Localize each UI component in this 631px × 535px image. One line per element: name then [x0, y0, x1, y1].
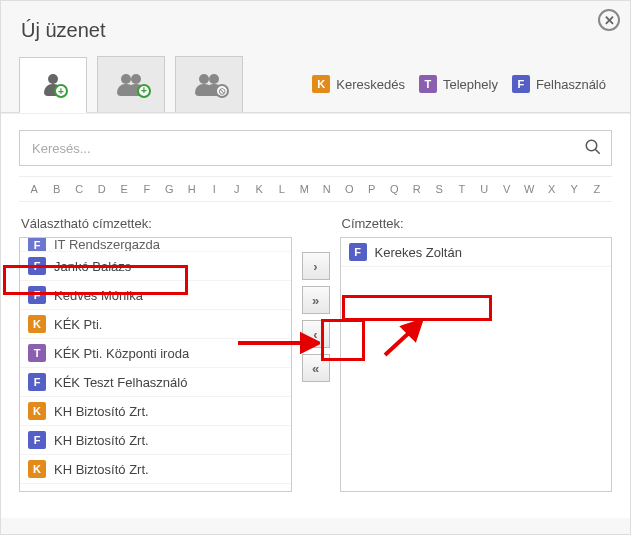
- alphabet-letter[interactable]: S: [428, 183, 451, 195]
- alphabet-letter[interactable]: V: [496, 183, 519, 195]
- alphabet-letter[interactable]: L: [271, 183, 294, 195]
- tag-t-icon: T: [419, 75, 437, 93]
- alphabet-letter[interactable]: D: [91, 183, 114, 195]
- svg-line-1: [595, 149, 600, 154]
- alphabet-filter: ABCDEFGHIJKLMNOPQRSTUVWXYZ: [19, 176, 612, 202]
- plus-badge-icon: +: [54, 84, 68, 98]
- close-button[interactable]: ✕: [598, 9, 620, 31]
- legend-item-telephely: T Telephely: [419, 75, 498, 93]
- legend-item-felhasznalo: F Felhasználó: [512, 75, 606, 93]
- alphabet-letter[interactable]: J: [226, 183, 249, 195]
- list-item[interactable]: FKedves Mónika: [20, 281, 291, 310]
- list-item[interactable]: FKÉK Teszt Felhasználó: [20, 368, 291, 397]
- tag-f-icon: F: [28, 257, 46, 275]
- alphabet-letter[interactable]: A: [23, 183, 46, 195]
- alphabet-letter[interactable]: W: [518, 183, 541, 195]
- tab-add-person[interactable]: +: [19, 57, 87, 113]
- svg-point-0: [586, 140, 597, 151]
- available-label: Választható címzettek:: [19, 212, 292, 237]
- disable-badge-icon: ⦸: [215, 84, 229, 98]
- alphabet-letter[interactable]: U: [473, 183, 496, 195]
- legend-item-kereskedes: K Kereskedés: [312, 75, 405, 93]
- alphabet-letter[interactable]: M: [293, 183, 316, 195]
- alphabet-letter[interactable]: H: [181, 183, 204, 195]
- alphabet-letter[interactable]: G: [158, 183, 181, 195]
- list-item-label: KH Biztosító Zrt.: [54, 433, 149, 448]
- list-item[interactable]: FIT Rendszergazda: [20, 238, 291, 252]
- tag-f-icon: F: [28, 373, 46, 391]
- dialog-title: Új üzenet: [1, 1, 630, 56]
- plus-badge-icon: +: [137, 84, 151, 98]
- list-item[interactable]: FKerekes Zoltán: [341, 238, 612, 267]
- list-item-label: KH Biztosító Zrt.: [54, 462, 149, 477]
- svg-line-4: [385, 331, 411, 355]
- tag-k-icon: K: [28, 315, 46, 333]
- search-icon[interactable]: [584, 138, 602, 160]
- list-item-label: Jankó Balázs: [54, 259, 131, 274]
- tag-t-icon: T: [28, 344, 46, 362]
- alphabet-letter[interactable]: T: [451, 183, 474, 195]
- alphabet-letter[interactable]: I: [203, 183, 226, 195]
- alphabet-letter[interactable]: Y: [563, 183, 586, 195]
- alphabet-letter[interactable]: P: [361, 183, 384, 195]
- list-item-label: KÉK Teszt Felhasználó: [54, 375, 187, 390]
- list-item-label: KÉK Pti. Központi iroda: [54, 346, 189, 361]
- annotation-arrow-icon: [236, 331, 320, 355]
- legend-label: Felhasználó: [536, 77, 606, 92]
- list-item-label: Kedves Mónika: [54, 288, 143, 303]
- tag-k-icon: K: [312, 75, 330, 93]
- alphabet-letter[interactable]: B: [46, 183, 69, 195]
- tag-f-icon: F: [28, 238, 46, 252]
- alphabet-letter[interactable]: Q: [383, 183, 406, 195]
- search-input[interactable]: [19, 130, 612, 166]
- list-item-label: KH Biztosító Zrt.: [54, 404, 149, 419]
- tabs-row: + + ⦸ K Kereske: [1, 56, 630, 113]
- tag-f-icon: F: [512, 75, 530, 93]
- alphabet-letter[interactable]: E: [113, 183, 136, 195]
- tag-f-icon: F: [349, 243, 367, 261]
- alphabet-letter[interactable]: Z: [586, 183, 609, 195]
- svg-marker-3: [302, 335, 318, 351]
- legend: K Kereskedés T Telephely F Felhasználó: [312, 75, 612, 93]
- tab-add-group[interactable]: +: [97, 56, 165, 112]
- alphabet-letter[interactable]: F: [136, 183, 159, 195]
- list-item-label: Kerekes Zoltán: [375, 245, 462, 260]
- alphabet-letter[interactable]: K: [248, 183, 271, 195]
- list-item[interactable]: KKH Biztosító Zrt.: [20, 397, 291, 426]
- alphabet-letter[interactable]: R: [406, 183, 429, 195]
- list-item-label: IT Rendszergazda: [54, 238, 160, 252]
- legend-label: Telephely: [443, 77, 498, 92]
- alphabet-letter[interactable]: N: [316, 183, 339, 195]
- tag-k-icon: K: [28, 460, 46, 478]
- tag-f-icon: F: [28, 431, 46, 449]
- available-listbox[interactable]: FIT RendszergazdaFJankó BalázsFKedves Mó…: [19, 237, 292, 492]
- list-item-label: KÉK Pti.: [54, 317, 102, 332]
- add-all-button[interactable]: »: [302, 286, 330, 314]
- add-button[interactable]: ›: [302, 252, 330, 280]
- list-item[interactable]: FKH Biztosító Zrt.: [20, 426, 291, 455]
- search-wrap: [19, 130, 612, 166]
- list-item[interactable]: FJankó Balázs: [20, 252, 291, 281]
- tag-k-icon: K: [28, 402, 46, 420]
- tab-exclude-group[interactable]: ⦸: [175, 56, 243, 112]
- new-message-dialog: ✕ Új üzenet + + ⦸: [0, 0, 631, 535]
- selected-listbox[interactable]: FKerekes Zoltán: [340, 237, 613, 492]
- annotation-arrow-icon: [377, 321, 427, 361]
- alphabet-letter[interactable]: O: [338, 183, 361, 195]
- legend-label: Kereskedés: [336, 77, 405, 92]
- content-area: ABCDEFGHIJKLMNOPQRSTUVWXYZ Választható c…: [1, 113, 630, 518]
- remove-all-button[interactable]: «: [302, 354, 330, 382]
- tag-f-icon: F: [28, 286, 46, 304]
- alphabet-letter[interactable]: X: [541, 183, 564, 195]
- selected-label: Címzettek:: [340, 212, 613, 237]
- list-item[interactable]: KKH Biztosító Zrt.: [20, 455, 291, 484]
- alphabet-letter[interactable]: C: [68, 183, 91, 195]
